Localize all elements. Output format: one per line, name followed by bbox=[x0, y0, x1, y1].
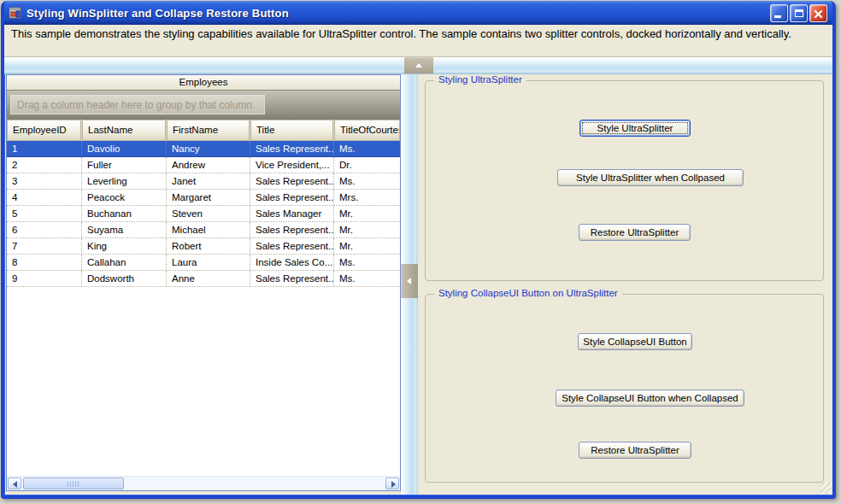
grid-cell[interactable]: 1 bbox=[7, 141, 82, 156]
style-ultrasplitter-collapsed-button[interactable]: Style UltraSplitter when Collpased bbox=[557, 169, 744, 186]
grid-cell[interactable]: 9 bbox=[7, 271, 82, 286]
column-header-title[interactable]: Title bbox=[250, 120, 333, 141]
grid-cell[interactable]: Laura bbox=[167, 255, 250, 270]
column-header-employeeid[interactable]: EmployeeID bbox=[7, 120, 81, 141]
table-row[interactable]: 1 Davolio Nancy Sales Represent... Ms. bbox=[7, 141, 400, 157]
table-row[interactable]: 5 Buchanan Steven Sales Manager Mr. bbox=[7, 206, 400, 222]
table-row[interactable]: 4 Peacock Margaret Sales Represent... Mr… bbox=[7, 190, 400, 206]
grid-cell[interactable]: Ms. bbox=[334, 141, 400, 156]
right-panel: Styling UltraSplitter Style UltraSplitte… bbox=[418, 74, 832, 495]
table-row[interactable]: 3 Leverling Janet Sales Represent... Ms. bbox=[7, 173, 400, 190]
grid-cell[interactable]: Anne bbox=[167, 271, 250, 286]
window-title: Styling WinSplitter and Collapse Restore… bbox=[26, 7, 289, 20]
grid-cell[interactable]: Ms. bbox=[334, 271, 400, 286]
grid-cell[interactable]: Vice President,... bbox=[250, 157, 334, 173]
grid-cell[interactable]: Mr. bbox=[334, 238, 400, 254]
table-row[interactable]: 2 Fuller Andrew Vice President,... Dr. bbox=[7, 157, 400, 173]
grid-cell[interactable]: 6 bbox=[7, 222, 82, 237]
grid-cell[interactable]: 8 bbox=[7, 255, 82, 270]
grid-cell[interactable]: Janet bbox=[167, 173, 250, 189]
group-by-hint: Drag a column header here to group by th… bbox=[10, 95, 265, 114]
group-styling-collapseui-button: Styling CollapseUI Button on UltraSplitt… bbox=[425, 294, 824, 483]
grid-cell[interactable]: Suyama bbox=[82, 222, 167, 237]
grid-cell[interactable]: 4 bbox=[7, 190, 82, 205]
arrow-right-icon bbox=[391, 481, 396, 488]
restore-ultrasplitter-button-2[interactable]: Restore UltraSplitter bbox=[579, 442, 691, 459]
scrollbar-thumb[interactable] bbox=[23, 478, 124, 489]
maximize-button[interactable] bbox=[790, 4, 808, 22]
grid-cell[interactable]: Sales Manager bbox=[250, 206, 334, 221]
grid-cell[interactable]: Sales Represent... bbox=[250, 222, 334, 237]
grid-caption: Employees bbox=[7, 75, 400, 91]
grid-cell[interactable]: Sales Represent... bbox=[250, 173, 334, 189]
resize-grip[interactable] bbox=[820, 483, 832, 494]
grid-cell[interactable]: Callahan bbox=[82, 255, 167, 270]
grid-cell[interactable]: Peacock bbox=[82, 190, 167, 205]
maximize-icon bbox=[795, 9, 803, 17]
grid-cell[interactable]: King bbox=[82, 238, 167, 254]
grid-cell[interactable]: Steven bbox=[167, 206, 250, 221]
table-row[interactable]: 9 Dodsworth Anne Sales Represent... Ms. bbox=[7, 271, 400, 287]
app-window: Styling WinSplitter and Collapse Restore… bbox=[1, 1, 836, 499]
scroll-right-button[interactable] bbox=[385, 478, 399, 489]
title-bar[interactable]: Styling WinSplitter and Collapse Restore… bbox=[4, 1, 832, 25]
grid-cell[interactable]: Fuller bbox=[82, 157, 167, 173]
grid-cell[interactable]: Michael bbox=[167, 222, 250, 237]
splitter-collapse-left-button[interactable] bbox=[401, 264, 418, 298]
desktop-background: Styling WinSplitter and Collapse Restore… bbox=[0, 0, 841, 504]
grid-cell[interactable]: 3 bbox=[7, 173, 82, 189]
grid-cell[interactable]: Buchanan bbox=[82, 206, 167, 221]
grid-cell[interactable]: Andrew bbox=[167, 157, 250, 173]
grid-cell[interactable]: Leverling bbox=[82, 173, 167, 189]
style-ultrasplitter-button[interactable]: Style UltraSplitter bbox=[579, 120, 691, 137]
group-label: Styling CollapseUI Button on UltraSplitt… bbox=[434, 288, 622, 298]
grid-cell[interactable]: Mrs. bbox=[334, 190, 400, 205]
grid-cell[interactable]: 7 bbox=[7, 238, 82, 254]
grid-cell[interactable]: Ms. bbox=[334, 173, 400, 189]
employees-grid: Employees Drag a column header here to g… bbox=[6, 74, 401, 491]
style-collapseui-button[interactable]: Style CollapseUI Button bbox=[578, 333, 692, 350]
vertical-splitter[interactable] bbox=[401, 74, 418, 495]
arrow-left-icon bbox=[13, 481, 17, 488]
horizontal-scrollbar[interactable] bbox=[7, 476, 400, 490]
grid-cell[interactable]: Sales Represent... bbox=[250, 238, 334, 254]
arrow-up-icon bbox=[415, 63, 422, 67]
grid-cell[interactable]: Mr. bbox=[334, 222, 400, 237]
grid-cell[interactable]: Margaret bbox=[167, 190, 250, 205]
column-header-firstname[interactable]: FirstName bbox=[167, 120, 250, 141]
grid-cell[interactable]: Sales Represent... bbox=[250, 271, 334, 286]
scrollbar-grip-icon bbox=[68, 481, 79, 487]
grid-header-row: EmployeeID LastName FirstName Title Titl… bbox=[7, 120, 400, 141]
form-icon bbox=[9, 6, 22, 20]
horizontal-splitter[interactable] bbox=[4, 57, 832, 74]
grid-cell[interactable]: Nancy bbox=[167, 141, 250, 156]
table-row[interactable]: 6 Suyama Michael Sales Represent... Mr. bbox=[7, 222, 400, 238]
group-by-area[interactable]: Drag a column header here to group by th… bbox=[7, 91, 400, 120]
column-header-titleofcourtesy[interactable]: TitleOfCourtesy bbox=[334, 120, 400, 141]
table-row[interactable]: 7 King Robert Sales Represent... Mr. bbox=[7, 238, 400, 255]
grid-cell[interactable]: 5 bbox=[7, 206, 82, 221]
style-collapseui-collapsed-button[interactable]: Style CollapseUI Button when Collapsed bbox=[556, 390, 744, 407]
table-row[interactable]: 8 Callahan Laura Inside Sales Co... Ms. bbox=[7, 255, 400, 271]
restore-ultrasplitter-button[interactable]: Restore UltraSplitter bbox=[579, 224, 691, 241]
minimize-button[interactable] bbox=[770, 4, 788, 22]
main-area: Employees Drag a column header here to g… bbox=[4, 74, 832, 495]
close-icon bbox=[813, 8, 824, 23]
group-label: Styling UltraSplitter bbox=[434, 74, 526, 85]
group-styling-ultrasplitter: Styling UltraSplitter Style UltraSplitte… bbox=[425, 80, 824, 281]
grid-cell[interactable]: Davolio bbox=[82, 141, 167, 156]
grid-cell[interactable]: Dr. bbox=[334, 157, 400, 173]
splitter-collapse-up-button[interactable] bbox=[404, 57, 433, 73]
scroll-left-button[interactable] bbox=[8, 478, 21, 489]
grid-cell[interactable]: Inside Sales Co... bbox=[250, 255, 334, 270]
grid-empty-area bbox=[7, 287, 400, 476]
grid-cell[interactable]: Sales Represent... bbox=[250, 141, 334, 156]
grid-cell[interactable]: Mr. bbox=[334, 206, 400, 221]
grid-cell[interactable]: Ms. bbox=[334, 255, 400, 270]
grid-cell[interactable]: 2 bbox=[7, 157, 82, 173]
grid-cell[interactable]: Dodsworth bbox=[82, 271, 167, 286]
column-header-lastname[interactable]: LastName bbox=[82, 120, 166, 141]
grid-cell[interactable]: Sales Represent... bbox=[250, 190, 334, 205]
close-button[interactable] bbox=[809, 4, 827, 22]
grid-cell[interactable]: Robert bbox=[167, 238, 250, 254]
